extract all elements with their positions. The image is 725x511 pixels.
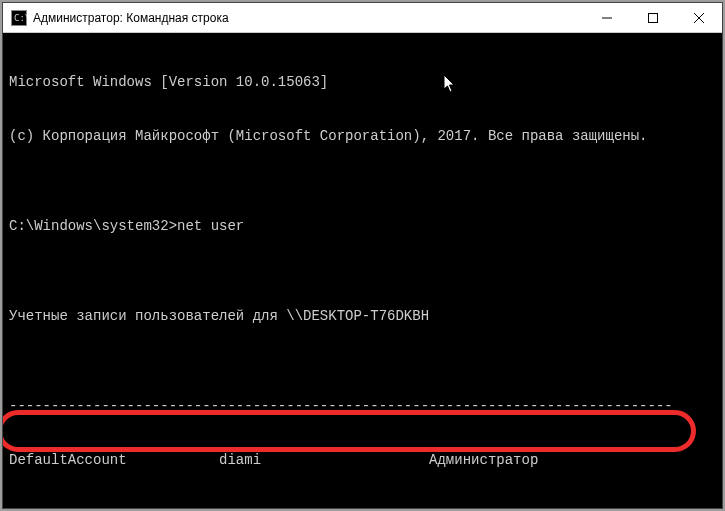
titlebar[interactable]: C:\ Администратор: Командная строка xyxy=(3,3,722,33)
window-title: Администратор: Командная строка xyxy=(33,11,229,25)
cmd-window: C:\ Администратор: Командная строка Micr… xyxy=(2,2,723,509)
output-line: Гость Сережа xyxy=(9,505,716,508)
close-button[interactable] xyxy=(676,3,722,33)
annotation-highlight-oval xyxy=(3,410,696,452)
output-line: ----------------------------------------… xyxy=(9,397,716,415)
output-line: (c) Корпорация Майкрософт (Microsoft Cor… xyxy=(9,127,716,145)
output-line: Учетные записи пользователей для \\DESKT… xyxy=(9,307,716,325)
maximize-button[interactable] xyxy=(630,3,676,33)
minimize-button[interactable] xyxy=(584,3,630,33)
prompt-line: C:\Windows\system32>net user xyxy=(9,217,716,235)
terminal-area[interactable]: Microsoft Windows [Version 10.0.15063] (… xyxy=(3,33,722,508)
cmd-icon: C:\ xyxy=(11,10,27,26)
svg-text:C:\: C:\ xyxy=(14,13,27,23)
output-line: Microsoft Windows [Version 10.0.15063] xyxy=(9,73,716,91)
output-line: DefaultAccount diami Администратор xyxy=(9,451,716,469)
svg-rect-4 xyxy=(649,13,658,22)
